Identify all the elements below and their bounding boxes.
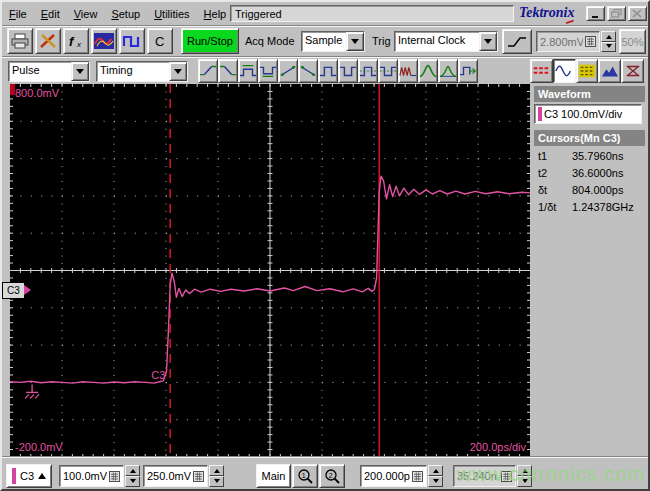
horizontal-position-spinner[interactable] (517, 465, 532, 487)
histogram-triangle-button[interactable] (598, 59, 621, 83)
timebase-main-button[interactable]: Main (256, 464, 291, 488)
trig-source-select[interactable]: Internal Clock (394, 31, 498, 52)
menu-view[interactable]: View (67, 6, 105, 22)
keypad-icon[interactable] (501, 471, 512, 482)
chevron-down-icon[interactable] (71, 62, 89, 81)
waveform-button[interactable] (91, 28, 117, 54)
tools-button[interactable] (35, 28, 61, 54)
oscilloscope-window: File Edit View Setup Utilities Help Trig… (0, 0, 650, 491)
timebase-label: 200.0ps/div (470, 441, 527, 453)
run-stop-button[interactable]: Run/Stop (181, 28, 239, 54)
delay-button[interactable] (458, 59, 478, 83)
horizontal-position-value: 35.240n (457, 470, 499, 482)
cursors-button[interactable] (530, 59, 553, 83)
spin-up-icon[interactable] (517, 465, 532, 476)
acq-mode-select[interactable]: Sample (301, 31, 365, 52)
c-mode-icon: C (150, 33, 170, 49)
close-icon (632, 9, 643, 18)
chevron-down-icon[interactable] (479, 32, 497, 51)
spin-up-icon[interactable] (428, 465, 443, 476)
zoom-2-button[interactable]: 2 (319, 464, 345, 488)
trig-level-field[interactable]: 2.800mV (536, 31, 600, 52)
trig-50pct-button[interactable]: 50% (619, 29, 646, 54)
channel-select-button[interactable]: C3 (6, 464, 52, 488)
neg-width-button[interactable] (258, 59, 278, 83)
top-voltage-label: 800.0mV (15, 87, 60, 99)
measure-subcategory-select[interactable]: Timing (96, 61, 188, 82)
neg-pulse-mid-button[interactable] (378, 59, 398, 83)
spin-down-icon[interactable] (601, 42, 616, 53)
horizontal-scale-field[interactable]: 200.000ps (360, 465, 427, 487)
menu-edit[interactable]: Edit (34, 6, 67, 22)
burst-button[interactable] (398, 59, 418, 83)
spin-down-icon[interactable] (517, 476, 532, 487)
channel-color-swatch (12, 468, 16, 484)
spin-down-icon[interactable] (209, 476, 224, 487)
neg-width-icon (259, 63, 277, 79)
measure-category-select[interactable]: Pulse (8, 61, 90, 82)
spin-down-icon[interactable] (125, 476, 140, 487)
channel-scale-readout[interactable]: C3 100.0mV/div (534, 104, 642, 124)
channel-c3-marker[interactable]: C3 (2, 282, 25, 299)
menu-file[interactable]: File (2, 6, 34, 22)
main-toolbar: fxC Run/Stop Acq Mode Sample Trig Intern… (2, 26, 650, 57)
neg-pulse-button[interactable] (338, 59, 358, 83)
histogram-grid-button[interactable] (576, 59, 599, 83)
fall-time-button[interactable] (218, 59, 238, 83)
vertical-offset-spinner[interactable] (209, 465, 224, 487)
pos-width-button[interactable] (238, 59, 258, 83)
function-button[interactable]: fx (63, 28, 89, 54)
chevron-down-icon[interactable] (169, 62, 187, 81)
neg-peak-button[interactable] (438, 59, 458, 83)
printer-button[interactable] (7, 28, 33, 54)
sine-wave-button[interactable] (553, 59, 576, 83)
zoom-1-button[interactable]: 1 (292, 464, 318, 488)
spin-down-icon[interactable] (428, 476, 443, 487)
menu-utilities[interactable]: Utilities (147, 6, 196, 22)
eye-diagram-icon (624, 63, 642, 79)
vertical-offset-field[interactable]: 250.0mV (143, 465, 208, 487)
pos-pulse-button[interactable] (318, 59, 338, 83)
horizontal-scale-spinner[interactable] (428, 465, 443, 487)
neg-pulse-mid-icon (379, 63, 397, 79)
menu-setup[interactable]: Setup (104, 6, 147, 22)
trace-c3-label: C3 (151, 369, 165, 381)
function-icon: fx (66, 33, 86, 49)
menu-help[interactable]: Help (197, 6, 234, 22)
keypad-icon[interactable] (193, 471, 204, 482)
spin-up-icon[interactable] (601, 31, 616, 42)
rise-time-button[interactable] (198, 59, 218, 83)
keypad-icon[interactable] (585, 36, 596, 47)
neg-pulse-icon (339, 63, 357, 79)
chevron-down-icon[interactable] (346, 32, 364, 51)
keypad-icon[interactable] (109, 471, 120, 482)
spin-up-icon[interactable] (209, 465, 224, 476)
vertical-scale-field[interactable]: 100.0mV/ (59, 465, 124, 487)
pos-peak-button[interactable] (418, 59, 438, 83)
horizontal-vertical-controls: C3 100.0mV/ 250.0mV Main 1 2 200.000ps 3… (2, 457, 650, 491)
horizontal-position-field[interactable]: 35.240n (453, 465, 516, 487)
close-button[interactable] (628, 6, 647, 21)
c-mode-button[interactable]: C (147, 28, 173, 54)
restore-icon (611, 9, 622, 18)
keypad-icon[interactable] (412, 471, 423, 482)
restore-button[interactable] (607, 6, 626, 21)
readout-row-inv-dt: 1/δt1.24378GHz (538, 201, 634, 213)
pos-pulse-mid-button[interactable] (358, 59, 378, 83)
trig-slope-button[interactable] (502, 29, 532, 54)
spin-up-icon[interactable] (125, 465, 140, 476)
channel-arrow-icon (24, 285, 36, 295)
rise-slope-button[interactable] (278, 59, 298, 83)
minimize-button[interactable] (586, 6, 605, 21)
waveform-display[interactable]: 800.0mV-200.0mV200.0ps/divC3 (10, 84, 530, 457)
fall-slope-button[interactable] (298, 59, 318, 83)
pulse-mode-button[interactable] (119, 28, 145, 54)
window-controls (586, 6, 647, 21)
vertical-scale-spinner[interactable] (125, 465, 140, 487)
tools-icon (38, 33, 58, 49)
cursors-icon (532, 63, 550, 79)
sine-wave-icon (555, 63, 573, 79)
eye-diagram-button[interactable] (621, 59, 644, 83)
graticule-svg: 800.0mV-200.0mV200.0ps/divC3 (10, 84, 530, 457)
trig-level-spinner[interactable] (601, 31, 616, 52)
